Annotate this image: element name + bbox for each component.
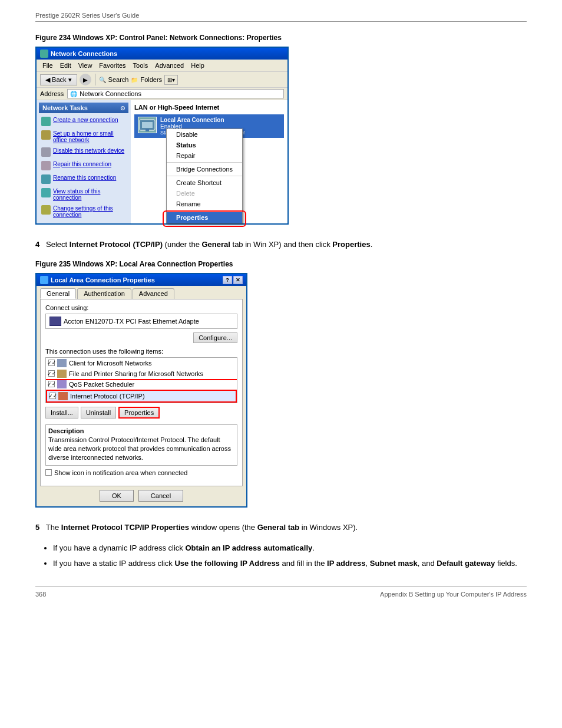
checkbox-sharing[interactable]: ✓ <box>48 370 55 377</box>
bullet1-bold: Obtain an IP address automatically <box>185 543 312 552</box>
tab-general[interactable]: General <box>40 288 76 299</box>
menu-favorites[interactable]: Favorites <box>95 61 129 70</box>
ctx-rename[interactable]: Rename <box>167 199 242 209</box>
description-text: Transmission Control Protocol/Internet P… <box>48 436 234 463</box>
help-button[interactable]: ? <box>223 276 232 284</box>
figure234-caption-bold: Figure 234 <box>35 34 71 42</box>
sidebar-item-repair[interactable]: Repair this connection <box>39 160 128 172</box>
disable-label: Disable this network device <box>53 147 124 154</box>
uninstall-button[interactable]: Uninstall <box>81 407 116 419</box>
menu-edit[interactable]: Edit <box>57 61 75 70</box>
rename-icon <box>41 174 51 184</box>
item-label-client: Client for Microsoft Networks <box>69 360 152 367</box>
view-button[interactable]: ⊞▾ <box>164 75 178 85</box>
adapter-icon <box>49 317 61 326</box>
tab-authentication[interactable]: Authentication <box>77 288 131 299</box>
sidebar-item-rename[interactable]: Rename this connection <box>39 173 128 185</box>
figure234-wrap: Network Connections File Edit View Favor… <box>35 47 527 225</box>
address-value[interactable]: 🌐 Network Connections <box>67 89 284 98</box>
step4-num: 4 <box>35 240 39 249</box>
checkbox-client[interactable]: ✓ <box>48 360 55 366</box>
address-icon: 🌐 <box>70 91 77 97</box>
ctx-shortcut[interactable]: Create Shortcut <box>167 177 242 188</box>
description-box: Description Transmission Control Protoco… <box>45 424 237 466</box>
disable-icon <box>41 147 51 157</box>
list-item-tcpip[interactable]: ✓ Internet Protocol (TCP/IP) <box>46 390 237 403</box>
configure-btn-wrap: Configure... <box>45 332 237 343</box>
sidebar-title: Network Tasks ⊙ <box>39 103 128 113</box>
dialog-icon <box>40 276 48 284</box>
ctx-status[interactable]: Status <box>167 140 242 150</box>
back-button[interactable]: ◀ Back ▾ <box>40 74 77 85</box>
sidebar-item-create[interactable]: Create a new connection <box>39 116 128 127</box>
show-icon-checkbox[interactable] <box>45 469 52 476</box>
item-icon-qos <box>57 380 67 388</box>
description-label: Description <box>48 427 234 434</box>
cancel-button[interactable]: Cancel <box>138 490 183 502</box>
repair-icon <box>41 161 51 170</box>
change-settings-label: Change settings of this connection <box>53 205 126 218</box>
sidebar-collapse-icon[interactable]: ⊙ <box>120 105 125 111</box>
item-label-tcpip: Internet Protocol (TCP/IP) <box>70 393 145 400</box>
folders-icon: 📁 <box>131 77 138 83</box>
install-button[interactable]: Install... <box>45 407 78 419</box>
figure235-caption: Figure 235 Windows XP: Local Area Connec… <box>35 260 527 268</box>
configure-button[interactable]: Configure... <box>193 332 237 343</box>
list-item-qos[interactable]: ✓ QoS Packet Scheduler <box>46 379 237 390</box>
folders-label[interactable]: Folders <box>140 76 162 83</box>
show-icon-row: Show icon in notification area when conn… <box>45 469 237 476</box>
search-label[interactable]: Search <box>108 76 129 83</box>
checkbox-qos[interactable]: ✓ <box>48 381 55 387</box>
checkbox-tcpip[interactable]: ✓ <box>49 393 56 399</box>
titlebar-icon <box>40 50 48 58</box>
bullet2-bold1: Use the following IP Address <box>174 559 279 568</box>
ctx-properties[interactable]: Properties <box>167 212 242 223</box>
list-item-client[interactable]: ✓ Client for Microsoft Networks <box>46 358 237 368</box>
sidebar-item-disable[interactable]: Disable this network device <box>39 146 128 158</box>
header-text: Prestige 2602R Series User's Guide <box>35 12 139 19</box>
sidebar-item-view-status[interactable]: View status of this connection <box>39 187 128 202</box>
setup-label: Set up a home or small office network <box>53 130 126 143</box>
ctx-delete: Delete <box>167 188 242 199</box>
titlebar-buttons: ? ✕ <box>223 276 243 284</box>
list-item-sharing[interactable]: ✓ File and Printer Sharing for Microsoft… <box>46 368 237 379</box>
item-label-qos: QoS Packet Scheduler <box>69 381 134 388</box>
step4-bold1: Internet Protocol (TCP/IP) <box>70 240 163 249</box>
step5-bold2: General tab <box>257 523 300 532</box>
sidebar-item-change-settings[interactable]: Change settings of this connection <box>39 204 128 219</box>
menu-help[interactable]: Help <box>187 61 208 70</box>
menu-file[interactable]: File <box>39 61 57 70</box>
ok-button[interactable]: OK <box>100 490 134 502</box>
ctx-bridge[interactable]: Bridge Connections <box>167 164 242 174</box>
search-icon: 🔍 <box>99 77 106 83</box>
ctx-sep3 <box>167 210 242 211</box>
page-header: Prestige 2602R Series User's Guide <box>35 12 527 22</box>
adapter-name: Accton EN1207D-TX PCI Fast Ethernet Adap… <box>64 318 199 325</box>
repair-label: Repair this connection <box>53 161 111 167</box>
properties-button[interactable]: Properties <box>118 407 160 419</box>
window-title: Network Connections <box>51 50 117 57</box>
item-icon-sharing <box>57 370 67 378</box>
bullet-list: If you have a dynamic IP address click O… <box>35 542 527 569</box>
ctx-disable[interactable]: Disable <box>167 129 242 140</box>
adapter-box: Accton EN1207D-TX PCI Fast Ethernet Adap… <box>45 314 237 329</box>
network-connections-window: Network Connections File Edit View Favor… <box>35 47 289 225</box>
forward-icon: ▶ <box>80 74 91 85</box>
close-button[interactable]: ✕ <box>233 276 243 284</box>
menu-tools[interactable]: Tools <box>130 61 152 70</box>
menu-view[interactable]: View <box>75 61 96 70</box>
ctx-repair[interactable]: Repair <box>167 150 242 161</box>
dialog-tabs: General Authentication Advanced <box>37 286 246 299</box>
create-label: Create a new connection <box>53 117 118 123</box>
item-icon-tcpip <box>58 392 68 400</box>
figure235-wrap: Local Area Connection Properties ? ✕ Gen… <box>35 273 527 508</box>
menubar: File Edit View Favorites Tools Advanced … <box>37 60 287 72</box>
section-title: LAN or High-Speed Internet <box>134 104 284 111</box>
menu-advanced[interactable]: Advanced <box>151 61 187 70</box>
view-status-icon <box>41 188 51 197</box>
tab-advanced[interactable]: Advanced <box>133 288 174 299</box>
figure234-caption-text: Windows XP: Control Panel: Network Conne… <box>71 34 282 42</box>
items-list: ✓ Client for Microsoft Networks ✓ File a… <box>45 357 237 403</box>
sidebar-item-setup[interactable]: Set up a home or small office network <box>39 129 128 144</box>
page-footer: 368 Appendix B Setting up Your Computer'… <box>35 587 527 598</box>
